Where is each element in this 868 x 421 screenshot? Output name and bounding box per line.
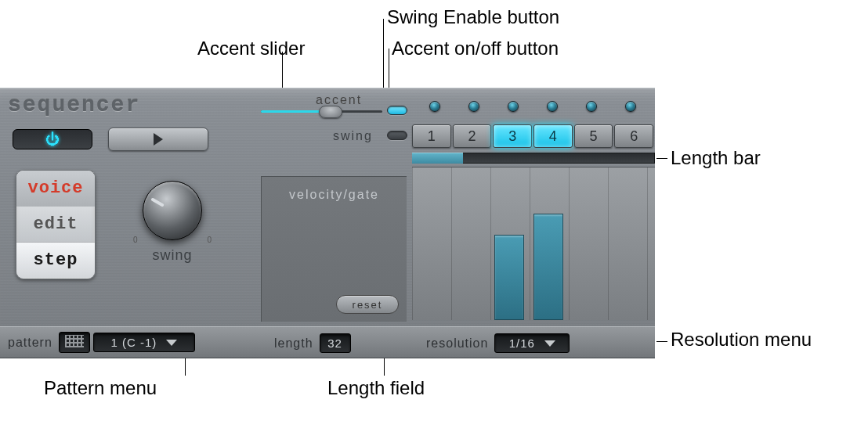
velocity-gate-grid[interactable]: [412, 167, 655, 320]
resolution-value: 1/16: [509, 336, 535, 350]
velocity-gate-panel: velocity/gate reset: [261, 176, 407, 322]
swing-row: swing: [261, 126, 402, 145]
pattern-label: pattern: [5, 336, 56, 350]
swing-label: swing: [333, 129, 373, 143]
velocity-gate-label: velocity/gate: [269, 188, 399, 202]
reset-button[interactable]: reset: [336, 295, 399, 314]
velocity-bar[interactable]: [533, 214, 563, 321]
callout-line: [656, 158, 667, 159]
length-field[interactable]: 32: [320, 333, 351, 353]
callout-line: [656, 341, 667, 342]
mode-edit[interactable]: edit: [16, 207, 95, 243]
callout-pattern-menu: Pattern menu: [44, 377, 157, 399]
velocity-bar[interactable]: [494, 235, 524, 320]
step-4-button[interactable]: 4: [533, 124, 573, 148]
accent-onoff-button[interactable]: [387, 106, 407, 115]
swing-enable-button[interactable]: [387, 131, 407, 140]
swing-knob-label: swing: [125, 247, 219, 264]
callout-length-bar: Length bar: [671, 147, 761, 169]
step-led: [625, 101, 636, 112]
callout-length-field: Length field: [327, 377, 425, 399]
step-5-button[interactable]: 5: [574, 124, 613, 148]
resolution-label: resolution: [423, 336, 491, 351]
callout-resolution-menu: Resolution menu: [671, 329, 812, 351]
length-label: length: [271, 336, 316, 351]
mode-switch[interactable]: voice edit step: [16, 170, 96, 279]
length-bar-fill: [412, 153, 463, 164]
play-icon: [154, 133, 163, 146]
step-led: [468, 101, 479, 112]
swing-knob-wrap: 00 swing: [125, 181, 219, 264]
mode-step[interactable]: step: [16, 243, 95, 279]
swing-knob[interactable]: [143, 181, 202, 240]
step-6-button[interactable]: 6: [614, 124, 653, 148]
pattern-menu[interactable]: 1 (C -1): [93, 333, 195, 352]
step-led: [586, 101, 597, 112]
grid-icon: [65, 335, 84, 347]
accent-slider-handle[interactable]: [319, 106, 342, 118]
callout-accent-slider: Accent slider: [197, 38, 305, 59]
step-button-row: 1 2 3 4 5 6: [412, 124, 655, 149]
step-led: [429, 101, 440, 112]
chevron-down-icon: [166, 340, 177, 346]
step-led: [508, 101, 519, 112]
play-button[interactable]: [108, 128, 208, 151]
mode-voice[interactable]: voice: [16, 171, 95, 207]
step-1-button[interactable]: 1: [412, 124, 451, 148]
accent-slider-row: accent: [261, 95, 402, 113]
pattern-value: 1 (C -1): [110, 336, 157, 349]
pattern-icon-box[interactable]: [59, 332, 90, 353]
power-button[interactable]: ⏻: [13, 129, 92, 149]
step-2-button[interactable]: 2: [453, 124, 492, 148]
callout-accent-button: Accent on/off button: [392, 38, 559, 59]
callout-line: [384, 357, 385, 376]
callout-line: [185, 357, 186, 376]
chevron-down-icon: [544, 340, 555, 347]
callout-swing-enable: Swing Enable button: [387, 6, 559, 28]
step-led-row: [415, 101, 655, 117]
sequencer-panel: sequencer accent swing ⏻ voice edit step…: [0, 88, 655, 358]
sequencer-title: sequencer: [8, 93, 140, 117]
power-icon: ⏻: [45, 131, 60, 148]
resolution-menu[interactable]: 1/16: [494, 333, 570, 353]
step-led: [547, 101, 558, 112]
step-3-button[interactable]: 3: [493, 124, 532, 148]
bottom-bar: pattern 1 (C -1) length 32 resolution 1/…: [0, 326, 655, 358]
